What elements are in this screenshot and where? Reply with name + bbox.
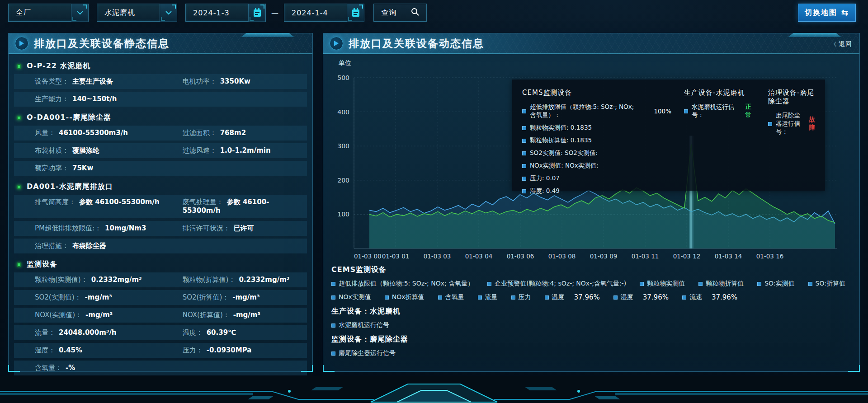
- legend-item[interactable]: 超低排放限值（颗拉物:5: SOz-; NOx; 含氧量）: [331, 280, 474, 288]
- switch-map-button[interactable]: 切换地图 ⇆: [798, 4, 856, 22]
- svg-text:01-03 16: 01-03 16: [756, 253, 784, 260]
- production-legend-items: 水泥磨机运行信号: [331, 321, 851, 329]
- legend-item[interactable]: 水泥磨机运行信号: [331, 321, 389, 329]
- info-value: -mg/m³: [85, 311, 113, 319]
- legend-marker-icon: [545, 295, 549, 300]
- info-label: 额定功率：: [35, 164, 69, 172]
- corner-decoration: [8, 365, 20, 372]
- calendar-icon[interactable]: [248, 4, 265, 22]
- device-select[interactable]: 水泥磨机: [97, 4, 177, 22]
- info-value: 0.45%: [59, 346, 82, 354]
- tooltip-marker-icon: [522, 189, 526, 193]
- info-value: 布袋除尘器: [72, 242, 106, 250]
- tooltip-item-value: 100%: [654, 108, 671, 115]
- chart-tooltip: CEMS监测设备 超低排放限值（颗拉物:5: SOz-; NOx; 含氧量）：1…: [512, 80, 825, 191]
- legend-item[interactable]: SO:折算值: [808, 280, 845, 288]
- legend-item[interactable]: 颗粒物折算值: [698, 280, 744, 288]
- info-value: 1.0-1.2m/min: [220, 146, 271, 155]
- section-header-label: 监测设备: [27, 260, 57, 269]
- calendar-icon[interactable]: [347, 4, 364, 22]
- info-value: 主要生产设备: [72, 77, 113, 85]
- legend-marker-icon: [331, 295, 335, 300]
- start-date-input[interactable]: 2024-1-3: [185, 4, 266, 22]
- legend-item-label: 超低排放限值（颗拉物:5: SOz-; NOx; 含氧量）: [339, 280, 474, 288]
- info-row: 生产能力：140~150t/h: [14, 92, 307, 107]
- chevron-down-icon[interactable]: [160, 4, 177, 22]
- svg-text:01-03 06: 01-03 06: [507, 253, 534, 260]
- plant-select[interactable]: 全厂: [8, 4, 89, 22]
- tooltip-treatment-signal: 磨尾除尘器运行信号： 故障: [768, 112, 815, 136]
- info-row: SO2(实测值)：-mg/m³SO2(折算值)：-mg/m³: [14, 290, 307, 305]
- info-row: 含氧量：-%: [14, 361, 307, 375]
- legend-item[interactable]: 流量: [478, 293, 498, 301]
- tooltip-item: 湿度: 0.49: [522, 187, 671, 195]
- legend-marker-icon: [682, 295, 686, 300]
- info-label: 温度：: [183, 328, 203, 337]
- legend-item-label: 含氧量: [445, 293, 464, 301]
- tooltip-marker-icon: [684, 109, 688, 113]
- legend-marker-icon: [385, 295, 389, 300]
- info-value: 覆膜涤纶: [72, 146, 99, 155]
- search-icon: [411, 8, 419, 18]
- tooltip-marker-icon: [522, 177, 526, 181]
- info-cell: 颗粒物(折算值)：0.2332mg/m³: [183, 276, 303, 284]
- info-cell: 湿度：0.45%: [35, 346, 183, 355]
- start-date-value: 2024-1-3: [186, 9, 248, 17]
- info-row: NOX(实测值)：-mg/m³NOX(折算值)：-mg/m³: [14, 308, 307, 323]
- chevron-down-icon[interactable]: [71, 4, 88, 22]
- back-button[interactable]: 《返回: [831, 40, 852, 48]
- info-label: 布袋材质：: [35, 146, 69, 155]
- legend-marker-icon: [511, 295, 515, 300]
- info-group: O-DA001--磨尾除尘器风量：46100-55300m3/h过滤面积：768…: [9, 109, 312, 176]
- legend-item[interactable]: NOx实测值: [331, 293, 371, 301]
- legend-item-value: 37.96%: [643, 293, 669, 301]
- info-label: 电机功率：: [183, 77, 217, 85]
- status-badge: 正常: [745, 103, 755, 119]
- info-row: PM超低排排放限值:：10mg/Nm3排污许可状况：已许可: [14, 221, 307, 236]
- cems-legend-section: CEMS监测设备 超低排放限值（颗拉物:5: SOz-; NOx; 含氧量）企业…: [331, 265, 851, 301]
- info-value: -mg/m³: [85, 293, 112, 301]
- query-button[interactable]: 查询: [373, 4, 427, 22]
- legend-item[interactable]: 颗粒物实测值: [640, 280, 685, 288]
- info-value: 10mg/Nm3: [105, 224, 146, 232]
- end-date-input[interactable]: 2024-1-4: [284, 4, 364, 22]
- svg-text:500: 500: [337, 74, 349, 81]
- legend-item[interactable]: NOx折算值: [385, 293, 425, 301]
- info-value: 140~150t/h: [72, 95, 117, 103]
- info-cell: 含氧量：-%: [35, 364, 183, 372]
- info-value: 60.39℃: [207, 328, 236, 337]
- info-row: 设备类型：主要生产设备电机功率：3350Kw: [14, 74, 307, 89]
- legend-item[interactable]: 压力: [511, 293, 531, 301]
- dynamic-panel-title: 排放口及关联设备动态信息: [349, 37, 484, 51]
- legend-item[interactable]: SO:实测值: [757, 280, 794, 288]
- legend-item[interactable]: 流速37.96%: [682, 293, 737, 301]
- plant-select-value: 全厂: [9, 8, 71, 18]
- info-cell: 布袋材质：覆膜涤纶: [35, 146, 183, 155]
- corner-decoration: [848, 365, 860, 372]
- info-value: 0.2332mg/m³: [91, 276, 142, 284]
- legend-item[interactable]: 企业预警值(颗粒物:4; sOz-; NOx-;含氧气量:-): [487, 280, 626, 288]
- info-label: 排污许可状况：: [183, 224, 230, 232]
- legend-item-label: 流速: [689, 293, 702, 301]
- svg-text:01-03 03: 01-03 03: [424, 253, 451, 260]
- tooltip-marker-icon: [522, 164, 526, 168]
- tooltip-item-label: 压力: 0.07: [530, 174, 560, 183]
- legend-item[interactable]: 含氧量: [438, 293, 464, 301]
- info-row: 颗粒物(实测值)：0.2332mg/m³颗粒物(折算值)：0.2332mg/m³: [14, 272, 307, 287]
- info-value: 768m2: [220, 129, 246, 137]
- svg-text:01-03 12: 01-03 12: [673, 253, 701, 260]
- legend-item[interactable]: 温度37.96%: [545, 293, 600, 301]
- back-arrows-icon: 《: [831, 41, 837, 47]
- svg-text:200: 200: [337, 177, 349, 184]
- legend-item-label: 水泥磨机运行信号: [339, 321, 389, 329]
- info-group: DA001-水泥磨尾排放口排气筒高度：参数 46100-55300m/h废气处理…: [9, 178, 312, 253]
- info-value: -mg/m³: [232, 293, 259, 301]
- monitor-legend-items: 磨尾除尘器运行信号: [331, 349, 851, 357]
- end-date-value: 2024-1-4: [284, 9, 347, 17]
- legend-item[interactable]: 磨尾除尘器运行信号: [331, 349, 396, 357]
- toolbar: 全厂 水泥磨机 2024-1-3 — 2024-1-4 查询: [8, 4, 427, 22]
- legend-item[interactable]: 湿度37.96%: [613, 293, 669, 301]
- dynamic-info-panel: 排放口及关联设备动态信息 《返回 10020030040050001-03 00…: [323, 33, 860, 372]
- tooltip-treatment-title: 治理设备-磨尾除尘器: [768, 89, 815, 106]
- info-label: NOX(实测值)：: [35, 311, 82, 319]
